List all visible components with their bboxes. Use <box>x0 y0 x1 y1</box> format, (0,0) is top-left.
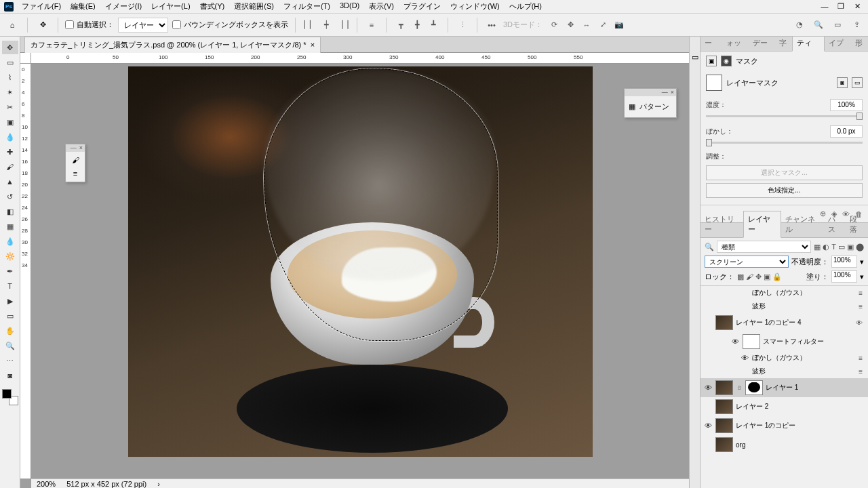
menu-edit[interactable]: 編集(E) <box>66 0 100 13</box>
layer-row[interactable]: 👁𐐒レイヤー 1 <box>701 378 868 397</box>
brush-icon[interactable]: 🖌 <box>72 156 79 164</box>
layer-filter-type[interactable]: 種類 <box>717 241 811 253</box>
brush-settings-panel[interactable]: —× 🖌 ≡ <box>65 144 85 182</box>
lock-artboard-icon[interactable]: ▣ <box>764 272 770 281</box>
tab-character[interactable]: 文字 <box>775 37 792 51</box>
add-pixel-mask-icon[interactable]: ◙ <box>837 77 848 88</box>
align-center-icon[interactable]: ┿ <box>319 18 334 33</box>
type-tool[interactable]: T <box>2 279 18 293</box>
color-swatches[interactable] <box>2 389 18 405</box>
blend-mode-select[interactable]: スクリーン <box>705 256 789 268</box>
layer-row[interactable]: 波形≡ <box>701 300 868 313</box>
fx-icon[interactable]: ≡ <box>859 368 865 375</box>
share-icon[interactable]: ⇪ <box>849 18 864 33</box>
filter-smart-icon[interactable]: ▣ <box>847 243 854 251</box>
dodge-tool[interactable]: 🔆 <box>2 249 18 263</box>
link-icon[interactable]: 𐐒 <box>736 384 743 391</box>
wand-tool[interactable]: ✶ <box>2 85 18 99</box>
crop-tool[interactable]: ✂ <box>2 100 18 114</box>
distribute-v-icon[interactable]: ⋮ <box>455 18 470 33</box>
layer-row[interactable]: 👁ぼかし（ガウス）≡ <box>701 351 868 365</box>
maximize-button[interactable]: ❐ <box>834 2 848 12</box>
patterns-panel[interactable]: —× ▦ パターン <box>624 88 677 118</box>
fx-icon[interactable]: 👁 <box>856 319 865 327</box>
menu-image[interactable]: イメージ(I) <box>101 0 146 13</box>
fill-value[interactable]: 100% <box>831 270 857 283</box>
menu-filter[interactable]: フィルター(T) <box>279 0 334 13</box>
zoom-tool[interactable]: 🔍 <box>2 339 18 352</box>
minimize-button[interactable]: — <box>818 2 831 12</box>
home-icon[interactable]: ⌂ <box>4 17 20 33</box>
layer-thumbnail[interactable] <box>743 334 760 349</box>
layer-thumbnail[interactable] <box>715 315 733 330</box>
menu-file[interactable]: ファイル(F) <box>18 0 65 13</box>
select-and-mask-button[interactable]: 選択とマスク... <box>706 165 863 180</box>
more-icon[interactable]: ••• <box>484 18 499 33</box>
panel-close-icon[interactable]: × <box>671 89 674 96</box>
align-bottom-icon[interactable]: ┻ <box>426 18 441 33</box>
align-left-icon[interactable]: ▏▏ <box>302 18 317 33</box>
tab-glyphs[interactable]: 字形 <box>851 37 868 51</box>
filter-type-icon[interactable]: T <box>831 243 836 251</box>
layer-thumbnail[interactable] <box>715 418 733 433</box>
panel-minimize-icon[interactable]: — <box>71 145 77 151</box>
collapsed-panel-icon[interactable]: ▭ <box>692 53 698 62</box>
auto-select-checkbox[interactable]: 自動選択： <box>65 20 114 30</box>
layer-thumbnail[interactable] <box>715 380 733 395</box>
lock-position-icon[interactable]: ✥ <box>755 272 762 281</box>
zoom-level[interactable]: 200% <box>37 480 56 488</box>
tab-color[interactable]: カラー <box>701 37 722 51</box>
heal-tool[interactable]: ✚ <box>2 145 18 159</box>
status-chevron-icon[interactable]: › <box>157 480 160 488</box>
layer-row[interactable]: ぼかし（ガウス）≡ <box>701 286 868 300</box>
layer-row[interactable]: レイヤー 2 <box>701 397 868 416</box>
tab-channels[interactable]: チャンネル <box>781 211 824 237</box>
fill-chevron-icon[interactable]: ▾ <box>860 272 864 281</box>
layer-list[interactable]: ぼかし（ガウス）≡波形≡レイヤー 1のコピー 4👁👁スマートフィルター👁ぼかし（… <box>701 286 868 488</box>
ruler-horizontal[interactable]: 050100150200250300350400450500550 <box>31 53 689 64</box>
pen-tool[interactable]: ✒ <box>2 264 18 278</box>
layer-thumbnail[interactable] <box>715 437 733 452</box>
feather-value[interactable]: 0.0 px <box>830 125 863 138</box>
feather-slider[interactable] <box>706 142 863 144</box>
lasso-tool[interactable]: ⌇ <box>2 70 18 84</box>
density-slider[interactable] <box>706 115 863 117</box>
filter-toggle-icon[interactable]: ⬤ <box>856 243 864 251</box>
layer-thumbnail[interactable] <box>715 399 733 414</box>
tab-layers[interactable]: レイヤー <box>743 211 781 238</box>
frame-tool[interactable]: ▣ <box>2 115 18 129</box>
tab-paths[interactable]: パス <box>824 211 846 237</box>
history-brush-tool[interactable]: ↺ <box>2 190 18 203</box>
filter-pixel-icon[interactable]: ▦ <box>814 243 821 251</box>
align-right-icon[interactable]: ▕▕ <box>335 18 350 33</box>
filter-adjust-icon[interactable]: ◐ <box>823 243 829 251</box>
pixel-mask-icon[interactable]: ▣ <box>706 56 717 66</box>
menu-view[interactable]: 表示(V) <box>365 0 398 13</box>
search-icon[interactable]: 🔍 <box>811 18 826 33</box>
align-middle-icon[interactable]: ╋ <box>410 18 425 33</box>
fx-icon[interactable]: ≡ <box>859 289 865 297</box>
tab-properties[interactable]: プロパティ <box>792 37 825 52</box>
bbox-checkbox[interactable]: バウンディングボックスを表示 <box>172 20 288 30</box>
brush-tool[interactable]: 🖌 <box>2 160 18 174</box>
menu-plugin[interactable]: プラグイン <box>399 0 445 13</box>
menu-select[interactable]: 選択範囲(S) <box>230 0 278 13</box>
tab-close-icon[interactable]: × <box>311 41 315 49</box>
add-vector-mask-icon[interactable]: ▭ <box>852 77 863 88</box>
fx-icon[interactable]: ≡ <box>859 354 865 362</box>
color-range-button[interactable]: 色域指定... <box>706 183 863 198</box>
workspace-icon[interactable]: ▭ <box>830 18 845 33</box>
density-value[interactable]: 100% <box>830 99 863 111</box>
menu-3d[interactable]: 3D(D) <box>336 0 363 13</box>
menu-layer[interactable]: レイヤー(L) <box>147 0 194 13</box>
hand-tool[interactable]: ✋ <box>2 324 18 338</box>
brush-presets-icon[interactable]: ≡ <box>73 169 77 178</box>
tab-shapes[interactable]: シェイプ <box>825 37 851 51</box>
gradient-tool[interactable]: ▦ <box>2 220 18 233</box>
path-select-tool[interactable]: ▶ <box>2 294 18 308</box>
distribute-icon[interactable]: ≡ <box>364 18 379 33</box>
lock-transparency-icon[interactable]: ▩ <box>737 272 744 281</box>
align-top-icon[interactable]: ┳ <box>393 18 408 33</box>
canvas[interactable] <box>128 66 593 457</box>
ruler-vertical[interactable]: 0246810121416182022242628303234 <box>20 64 31 479</box>
